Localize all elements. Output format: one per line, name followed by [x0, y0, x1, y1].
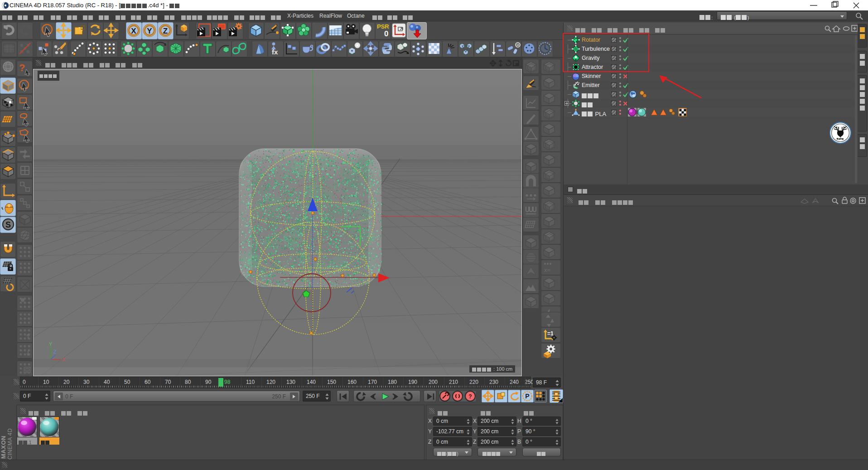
svg-text:Z: Z [163, 27, 168, 35]
svg-text:Y: Y [49, 341, 53, 347]
svg-text:?: ? [468, 393, 472, 400]
svg-text:X: X [62, 357, 66, 362]
svg-text:S: S [5, 220, 11, 229]
svg-text:PSR: PSR [377, 23, 389, 30]
svg-text:x=: x= [544, 266, 550, 273]
svg-text:P: P [525, 392, 529, 400]
svg-text:X: X [131, 27, 136, 35]
svg-text:?: ? [19, 62, 25, 73]
svg-text:Z: Z [53, 349, 57, 354]
svg-text:fx: fx [272, 48, 278, 56]
svg-text:0: 0 [384, 29, 388, 38]
svg-text:=1: =1 [547, 330, 554, 337]
svg-text:Y: Y [147, 27, 152, 35]
